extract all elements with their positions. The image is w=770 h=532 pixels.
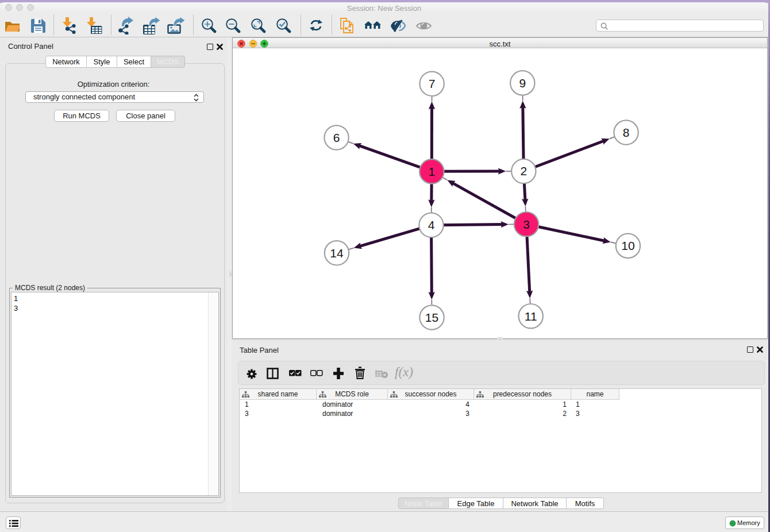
- svg-text:6: 6: [333, 131, 340, 144]
- svg-text:11: 11: [525, 310, 537, 323]
- svg-text:14: 14: [330, 246, 344, 260]
- svg-text:7: 7: [429, 77, 436, 90]
- svg-text:15: 15: [425, 311, 438, 324]
- svg-text:8: 8: [623, 126, 630, 139]
- svg-text:1: 1: [428, 165, 435, 178]
- svg-text:10: 10: [621, 239, 634, 252]
- svg-text:4: 4: [428, 218, 435, 232]
- svg-text:9: 9: [519, 76, 526, 90]
- svg-text:2: 2: [520, 164, 527, 178]
- svg-text:3: 3: [523, 218, 530, 231]
